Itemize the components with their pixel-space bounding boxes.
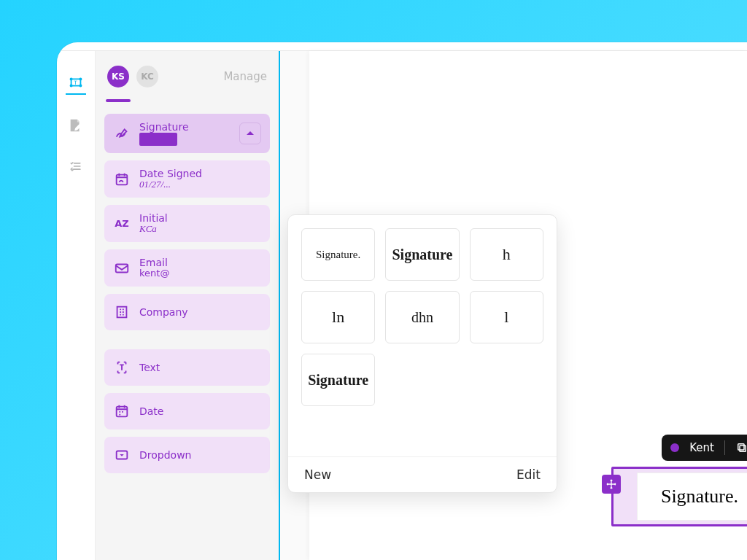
toolbar-divider <box>724 440 725 455</box>
field-label: Date Signed <box>139 168 202 179</box>
new-signature-button[interactable]: New <box>304 467 331 482</box>
signature-style-popover: Signature.SignaturehlndhnlSignature New … <box>287 214 557 493</box>
field-email[interactable]: Email kent@ <box>104 249 270 287</box>
field-date-signed[interactable]: Date Signed 01/27/... <box>104 160 270 198</box>
field-label: Signature <box>139 121 189 133</box>
rail-checklist-icon[interactable] <box>66 156 86 176</box>
app-window: T KS KC Manage <box>57 42 747 560</box>
company-icon <box>113 303 131 321</box>
field-sidebar: KS KC Manage Signature <box>95 51 280 560</box>
signature-thumb-2[interactable]: h <box>470 228 543 281</box>
svg-rect-12 <box>738 444 744 450</box>
field-company[interactable]: Company <box>104 294 270 330</box>
popover-footer: New Edit <box>288 456 557 492</box>
field-value: 01/27/... <box>139 179 202 190</box>
manage-link[interactable]: Manage <box>223 70 267 83</box>
placed-signature: Kent Signature. <box>611 435 747 526</box>
signature-thumb-0[interactable]: Signature. <box>301 228 375 281</box>
placed-toolbar: Kent <box>662 435 747 461</box>
signature-thumb-6[interactable]: Signature <box>301 354 375 406</box>
svg-rect-7 <box>116 264 128 272</box>
field-date[interactable]: Date <box>104 393 270 429</box>
placed-signature-text: Signature. <box>661 486 738 508</box>
svg-point-2 <box>70 78 71 79</box>
signature-thumb-5[interactable]: l <box>470 291 543 343</box>
chevron-up-icon <box>246 129 255 138</box>
avatar-secondary[interactable]: KC <box>136 66 158 88</box>
rail-fields-icon[interactable]: T <box>66 74 86 95</box>
left-rail: T <box>57 51 95 560</box>
move-handle[interactable] <box>602 475 621 494</box>
signature-caret-button[interactable] <box>239 122 261 144</box>
field-label: Email <box>139 257 169 268</box>
calendar-signed-icon <box>113 171 131 188</box>
svg-point-5 <box>80 85 81 86</box>
placed-signature-box[interactable]: Signature. <box>611 467 747 526</box>
svg-rect-6 <box>117 174 128 184</box>
field-label: Dropdown <box>139 449 191 461</box>
field-initial[interactable]: AZ Initial KCa <box>104 205 270 242</box>
field-label: Company <box>139 306 188 318</box>
owner-name: Kent <box>689 441 714 454</box>
owner-color-dot <box>670 443 679 452</box>
field-signature[interactable]: Signature <box>104 114 270 153</box>
svg-point-4 <box>70 85 71 86</box>
svg-rect-11 <box>740 446 746 451</box>
signer-row: KS KC Manage <box>104 61 270 95</box>
signer-tab-underline <box>106 99 131 102</box>
field-value: kent@ <box>139 268 169 279</box>
signature-thumb-4[interactable]: dhn <box>385 291 459 343</box>
signature-icon <box>113 125 131 142</box>
svg-text:T: T <box>73 79 77 86</box>
field-label: Date <box>139 405 163 417</box>
move-icon <box>605 478 617 490</box>
rail-edit-icon[interactable] <box>66 115 86 136</box>
copy-button[interactable] <box>735 441 747 454</box>
placed-signature-preview: Signature. <box>637 472 747 521</box>
svg-rect-8 <box>117 307 127 318</box>
field-text[interactable]: Text <box>104 349 270 386</box>
signature-placeholder <box>139 133 177 146</box>
field-label: Text <box>139 362 160 373</box>
dropdown-icon <box>113 446 131 464</box>
field-value: KCa <box>139 224 168 235</box>
signature-thumb-grid: Signature.SignaturehlndhnlSignature <box>288 215 557 456</box>
signature-thumb-3[interactable]: ln <box>301 291 375 343</box>
text-icon <box>113 359 131 376</box>
copy-icon <box>735 441 747 454</box>
field-label: Initial <box>139 212 168 224</box>
edit-signature-button[interactable]: Edit <box>516 467 541 482</box>
calendar-icon <box>113 402 131 420</box>
svg-point-3 <box>80 78 81 79</box>
field-dropdown[interactable]: Dropdown <box>104 437 270 473</box>
signature-thumb-1[interactable]: Signature <box>385 228 459 281</box>
email-icon <box>113 260 131 277</box>
initial-icon: AZ <box>113 215 131 233</box>
avatar-primary[interactable]: KS <box>107 66 129 88</box>
window-topbar <box>57 42 747 51</box>
